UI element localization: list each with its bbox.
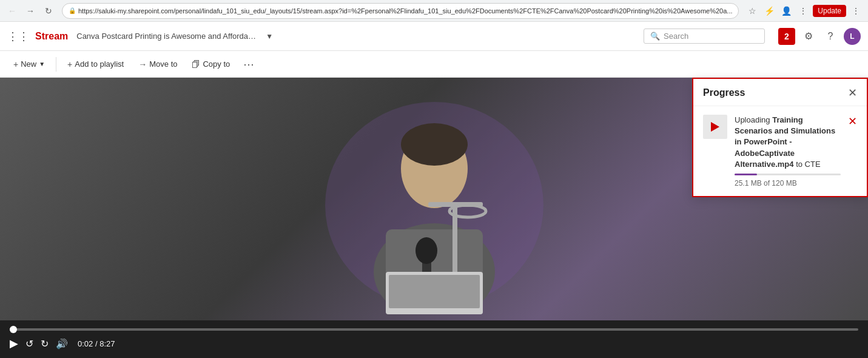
progress-panel-header: Progress ✕ [693, 79, 867, 106]
new-button[interactable]: + New ▼ [7, 56, 51, 72]
app-name: Stream [35, 31, 68, 42]
controls-row: ▶ ↺ ↻ 🔊 0:02 / 8:27 [10, 337, 858, 350]
bookmark-button[interactable]: ☆ [745, 4, 759, 18]
search-box[interactable]: 🔍 Search [644, 29, 765, 44]
upload-destination: to CTE [794, 160, 821, 169]
current-time: 0:02 [78, 339, 93, 348]
upload-info: Uploading Training Scenarios and Simulat… [735, 115, 841, 187]
user-avatar[interactable]: L [844, 28, 861, 45]
toolbar: + New ▼ + Add to playlist → Move to 🗍 Co… [0, 51, 868, 78]
progress-panel-title: Progress [703, 87, 745, 98]
main-content: ▶ ↺ ↻ 🔊 0:02 / 8:27 Progress ✕ [0, 78, 868, 358]
upload-thumbnail [703, 115, 727, 139]
update-button[interactable]: Update [813, 5, 846, 17]
header-right: 2 ⚙ ? L [778, 28, 861, 45]
video-progress-bar[interactable] [10, 328, 858, 331]
toolbar-divider [56, 57, 56, 72]
progress-panel: Progress ✕ Uploading Training Scenarios … [692, 78, 868, 197]
copy-icon: 🗍 [192, 59, 200, 69]
extensions-button[interactable]: ⚡ [762, 4, 776, 18]
fast-forward-button[interactable]: ↻ [41, 338, 49, 350]
video-title-header: Canva Postcard Printing is Awesome and A… [76, 32, 258, 41]
reload-button[interactable]: ↻ [41, 4, 56, 18]
search-placeholder: Search [664, 32, 688, 41]
play-button[interactable]: ▶ [10, 337, 18, 350]
upload-size: 25.1 MB of 120 MB [735, 179, 841, 187]
lock-icon: 🔒 [69, 7, 76, 14]
browser-chrome: ← → ↻ 🔒 https://saluki-my.sharepoint.com… [0, 0, 868, 22]
progress-dot [10, 326, 17, 333]
address-bar[interactable]: 🔒 https://saluki-my.sharepoint.com/perso… [62, 3, 739, 19]
upload-filename: Uploading Training Scenarios and Simulat… [735, 115, 841, 170]
rewind-button[interactable]: ↺ [25, 338, 33, 350]
time-display: 0:02 / 8:27 [78, 339, 115, 348]
add-to-playlist-button[interactable]: + Add to playlist [61, 56, 130, 72]
plus-icon: + [13, 59, 18, 69]
more-options-button[interactable]: ⋮ [849, 4, 863, 18]
search-icon: 🔍 [650, 32, 660, 41]
playlist-icon: + [67, 59, 72, 69]
back-button[interactable]: ← [5, 4, 19, 18]
notification-badge[interactable]: 2 [778, 28, 795, 45]
new-dropdown-icon: ▼ [39, 61, 45, 67]
forward-button[interactable]: → [23, 4, 38, 18]
upload-prefix: Uploading [735, 115, 772, 124]
svg-point-6 [415, 237, 437, 264]
upload-item: Uploading Training Scenarios and Simulat… [693, 106, 867, 196]
svg-rect-11 [389, 275, 480, 308]
browser-actions: ☆ ⚡ 👤 ⋮ Update ⋮ [745, 4, 863, 18]
video-thumbnail [307, 84, 562, 314]
video-controls: ▶ ↺ ↻ 🔊 0:02 / 8:27 [0, 320, 868, 358]
new-label: New [21, 59, 36, 69]
help-icon-button[interactable]: ? [822, 28, 839, 45]
upload-cancel-button[interactable]: ✕ [848, 115, 857, 128]
svg-point-3 [401, 123, 468, 166]
profile-button[interactable]: 👤 [779, 4, 793, 18]
copy-to-label: Copy to [203, 59, 230, 69]
url-text: https://saluki-my.sharepoint.com/persona… [78, 7, 733, 15]
total-time: 8:27 [99, 339, 115, 348]
add-to-playlist-label: Add to playlist [75, 59, 124, 69]
copy-to-button[interactable]: 🗍 Copy to [186, 56, 236, 72]
move-to-label: Move to [149, 59, 177, 69]
move-to-button[interactable]: → Move to [132, 56, 183, 72]
app-header: ⋮⋮ Stream Canva Postcard Printing is Awe… [0, 22, 868, 51]
upload-progress-bar-track [735, 174, 841, 175]
volume-button[interactable]: 🔊 [56, 338, 68, 350]
video-progress-fill [10, 328, 13, 331]
upload-progress-fill [735, 174, 757, 175]
settings-button[interactable]: ⋮ [796, 4, 810, 18]
move-icon: → [138, 59, 147, 69]
settings-icon-button[interactable]: ⚙ [800, 28, 817, 45]
dropdown-chevron-icon[interactable]: ▼ [266, 32, 273, 41]
play-icon [711, 122, 719, 132]
grid-icon[interactable]: ⋮⋮ [7, 30, 29, 43]
more-options-icon[interactable]: ⋯ [238, 55, 259, 73]
progress-panel-close-button[interactable]: ✕ [848, 86, 857, 100]
